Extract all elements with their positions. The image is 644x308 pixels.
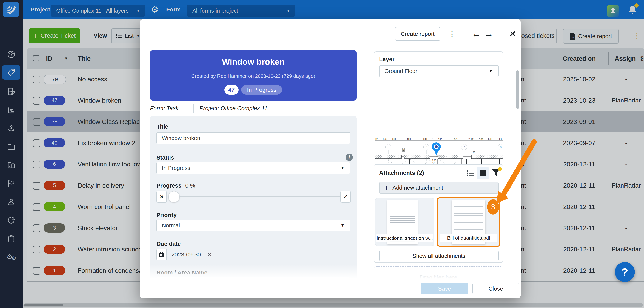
svg-text:0,44: 0,44	[496, 138, 500, 139]
chevron-down-icon: ▼	[340, 220, 345, 231]
status-select-value: In Progress	[162, 162, 190, 173]
calendar-button[interactable]	[156, 249, 167, 261]
progress-field-label: Progress	[156, 182, 182, 189]
svg-text:0,30: 0,30	[423, 138, 427, 140]
ticket-card-subtitle: Created by Rob Hammer on 2023-10-23 (729…	[150, 73, 356, 79]
calendar-icon	[159, 252, 164, 257]
title-input-value: Window broken	[162, 133, 200, 144]
show-all-attachments-button[interactable]: Show all attachments	[379, 251, 499, 261]
attachment-name: Bill of quantities.pdf	[440, 234, 498, 242]
close-label: Close	[488, 285, 503, 292]
plus-icon: +	[384, 183, 388, 192]
svg-text:0,26: 0,26	[431, 138, 435, 139]
attachment-name: Instructional sheet on w...	[376, 234, 433, 243]
attachments-filter-button[interactable]	[492, 168, 500, 178]
svg-text:1,00: 1,00	[432, 159, 436, 161]
header-divider	[464, 28, 464, 40]
progress-value: 0 %	[185, 182, 195, 189]
svg-text:1: 1	[403, 149, 404, 151]
ticket-id-pill: 47	[224, 85, 238, 95]
svg-text:2,10: 2,10	[432, 161, 436, 163]
title-input[interactable]: Window broken	[156, 132, 350, 144]
next-ticket-arrow[interactable]: →	[483, 27, 495, 41]
attachments-grid-view-button[interactable]	[477, 167, 489, 179]
info-icon[interactable]: i	[346, 154, 353, 161]
svg-text:1,02: 1,02	[488, 138, 492, 140]
due-date-clear-icon[interactable]: ×	[208, 249, 212, 261]
svg-text:1,73: 1,73	[454, 138, 458, 140]
grid-icon	[480, 170, 486, 176]
show-all-attachments-label: Show all attachments	[412, 253, 466, 259]
add-attachment-button[interactable]: + Add new attachment	[379, 182, 499, 194]
chevron-down-icon: ▼	[489, 65, 493, 77]
title-field-label: Title	[156, 123, 168, 130]
attachment-card-instructional-sheet[interactable]: Instructional sheet on w...	[375, 198, 434, 246]
save-label: Save	[438, 285, 451, 292]
svg-text:0,30: 0,30	[467, 138, 471, 139]
svg-text:0,99: 0,99	[383, 138, 387, 140]
meta-divider	[193, 104, 194, 113]
svg-text:7: 7	[463, 145, 465, 149]
ticket-detail-modal: Create report ⋮ ← → × Window broken Crea…	[140, 19, 521, 298]
layer-label: Layer	[379, 56, 394, 62]
priority-select-value: Normal	[162, 220, 180, 231]
svg-text:0,30: 0,30	[392, 138, 396, 140]
modal-footer: Save Close	[140, 281, 521, 298]
attachment-card-bill-of-quantities[interactable]: Bill of quantities.pdf 3	[437, 197, 500, 247]
attachments-panel: Attachments (2) + Add new	[374, 164, 503, 263]
svg-text:06: 06	[473, 151, 475, 153]
ticket-project-meta: Project: Office Complex 11	[200, 105, 268, 112]
previous-ticket-arrow[interactable]: ←	[470, 27, 482, 41]
due-date-field-label: Due date	[156, 241, 181, 247]
progress-slider-thumb[interactable]	[168, 191, 180, 202]
close-modal-icon[interactable]: ×	[507, 26, 518, 41]
due-date-value: 2023-09-30	[172, 249, 201, 261]
ticket-form-meta: Form: Task	[150, 105, 178, 112]
svg-text:4,00: 4,00	[406, 138, 410, 140]
status-field-label: Status	[156, 154, 174, 161]
ticket-card-title: Window broken	[150, 57, 356, 67]
ticket-status-pill: In Progress	[241, 85, 282, 95]
svg-text:1,11: 1,11	[479, 138, 483, 140]
progress-clear-button[interactable]: ×	[156, 191, 167, 203]
attachment-count-badge: 3	[487, 199, 499, 215]
ticket-summary-card: Window broken Created by Rob Hammer on 2…	[150, 50, 356, 101]
modal-create-report-label: Create report	[401, 31, 434, 37]
chevron-down-icon: ▼	[340, 162, 345, 173]
svg-text:8: 8	[500, 145, 502, 149]
svg-text:5: 5	[388, 145, 389, 149]
progress-confirm-button[interactable]: ✓	[340, 191, 351, 203]
list-icon	[466, 169, 475, 177]
progress-slider-track[interactable]	[171, 196, 346, 197]
modal-scrollbar-thumb[interactable]	[516, 70, 519, 109]
layer-select[interactable]: Ground Floor ▼	[379, 65, 499, 77]
priority-field-label: Priority	[156, 212, 177, 218]
status-select[interactable]: In Progress ▼	[156, 162, 350, 174]
modal-create-report-button[interactable]: Create report	[395, 27, 440, 41]
layer-select-value: Ground Floor	[384, 65, 417, 77]
svg-text:2,02: 2,02	[438, 138, 442, 140]
attachments-list-view-button[interactable]	[466, 169, 475, 177]
layer-panel: Layer Ground Floor ▼ 020,99 0,304,00 0,3…	[374, 51, 503, 178]
save-button[interactable]: Save	[421, 283, 468, 295]
attachments-title: Attachments (2)	[379, 169, 424, 176]
header-divider	[500, 28, 501, 40]
filter-active-dot	[498, 167, 502, 171]
close-button[interactable]: Close	[472, 283, 519, 295]
priority-select[interactable]: Normal ▼	[156, 219, 350, 231]
svg-text:6: 6	[426, 145, 427, 149]
modal-kebab-menu[interactable]: ⋮	[447, 27, 457, 41]
add-attachment-label: Add new attachment	[392, 185, 443, 191]
help-button[interactable]: ?	[615, 262, 635, 282]
content-fade	[140, 264, 521, 281]
svg-text:02: 02	[375, 138, 378, 140]
